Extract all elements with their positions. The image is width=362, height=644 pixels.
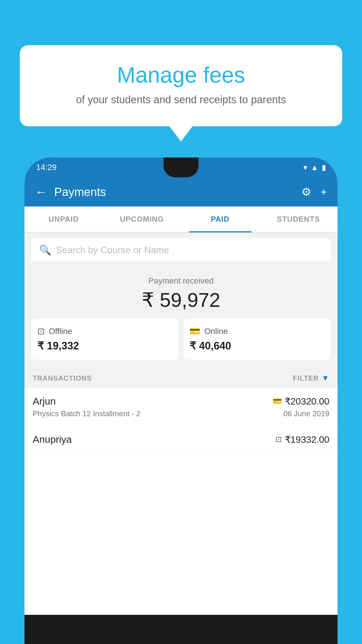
status-time: 14:29 [36,163,57,172]
tab-upcoming[interactable]: UPCOMING [103,206,181,232]
online-card-header: 💳 Online [189,326,228,336]
amount-value: ₹19332.00 [285,434,329,445]
transaction-amount: ⊡ ₹19332.00 [275,434,329,445]
filter-button[interactable]: FILTER ▼ [293,374,329,383]
wifi-icon: ▾ [303,163,307,172]
offline-label: Offline [49,327,72,336]
offline-card: ⊡ Offline ₹ 19,332 [31,318,178,360]
transaction-top: Anupriya ⊡ ₹19332.00 [33,434,329,445]
offline-icon: ⊡ [37,326,45,336]
payment-received-label: Payment received [30,276,332,286]
transaction-name: Arjun [33,396,56,407]
bubble-subtitle: of your students and send receipts to pa… [34,94,328,106]
transaction-date: 06 June 2019 [283,409,329,418]
transaction-name: Anupriya [33,434,72,445]
amount-value: ₹20320.00 [285,396,329,407]
payment-total-amount: ₹ 59,972 [30,288,332,312]
phone-content: 🔍 Search by Course or Name Payment recei… [24,232,338,455]
tab-paid[interactable]: PAID [181,206,259,232]
tabs: UNPAID UPCOMING PAID STUDENTS [24,206,338,232]
tab-students[interactable]: STUDENTS [259,206,338,232]
transaction-top: Arjun 💳 ₹20320.00 [33,396,329,407]
table-row[interactable]: Anupriya ⊡ ₹19332.00 [24,426,338,455]
signal-icon: ▲ [311,163,318,172]
table-row[interactable]: Arjun 💳 ₹20320.00 Physics Batch 12 Insta… [24,388,338,426]
transaction-bottom: Physics Batch 12 Installment - 2 06 June… [33,409,329,418]
offline-payment-icon: ⊡ [275,435,282,444]
online-amount: ₹ 40,640 [189,340,231,352]
search-bar[interactable]: 🔍 Search by Course or Name [31,238,331,262]
notch [164,158,198,177]
bubble-title: Manage fees [34,63,328,87]
transaction-amount: 💳 ₹20320.00 [273,396,329,407]
filter-icon: ▼ [321,374,329,383]
transactions-label: TRANSACTIONS [33,374,92,382]
search-placeholder-text: Search by Course or Name [56,245,169,256]
phone-frame: 14:29 ▾ ▲ ▮ ← Payments ⚙ + UNPAID UPCOMI… [24,158,338,644]
status-bar: 14:29 ▾ ▲ ▮ [24,158,338,177]
transactions-header: TRANSACTIONS FILTER ▼ [24,365,338,388]
status-icons: ▾ ▲ ▮ [303,163,326,172]
online-label: Online [204,327,228,336]
settings-icon[interactable]: ⚙ [301,186,311,198]
transaction-course: Physics Batch 12 Installment - 2 [33,409,140,418]
phone-inner: ← Payments ⚙ + UNPAID UPCOMING PAID STUD… [24,177,338,615]
filter-label: FILTER [293,374,319,382]
online-card: 💳 Online ₹ 40,640 [184,318,331,360]
tab-unpaid[interactable]: UNPAID [24,206,103,232]
app-header: ← Payments ⚙ + [24,177,338,206]
header-actions: ⚙ + [301,186,327,198]
card-payment-icon: 💳 [273,397,282,406]
offline-amount: ₹ 19,332 [37,340,79,352]
online-icon: 💳 [189,326,200,336]
payment-cards: ⊡ Offline ₹ 19,332 💳 Online ₹ 40,640 [31,318,331,360]
payment-summary: Payment received ₹ 59,972 ⊡ Offline ₹ 19… [24,267,338,365]
page-title: Payments [54,186,301,199]
offline-card-header: ⊡ Offline [37,326,72,336]
search-icon: 🔍 [39,244,51,256]
add-icon[interactable]: + [321,186,327,198]
back-button[interactable]: ← [35,185,47,199]
speech-bubble: Manage fees of your students and send re… [20,45,342,126]
battery-icon: ▮ [322,163,326,172]
